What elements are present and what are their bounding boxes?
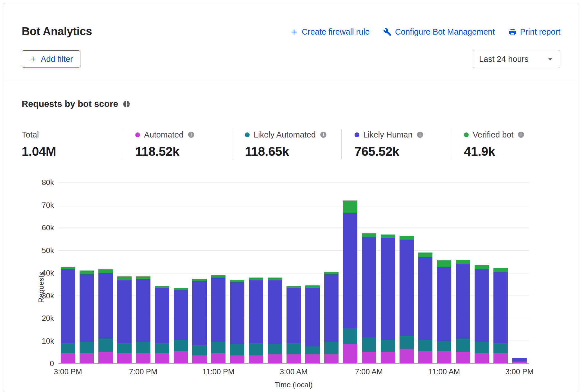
time-range-select[interactable]: Last 24 hours <box>473 50 560 68</box>
bar-segment-automated <box>136 353 150 363</box>
stacked-bar-19[interactable] <box>416 183 435 363</box>
stacked-bar-12[interactable] <box>284 183 303 363</box>
bar-segment-verified-bot <box>418 253 433 257</box>
bar-segment-automated <box>230 355 244 363</box>
x-axis-title: Time (local) <box>58 380 529 392</box>
bar-segment-likely-human <box>80 274 94 342</box>
stacked-bar-10[interactable] <box>247 183 265 363</box>
stacked-bar-16[interactable] <box>360 183 378 363</box>
bar-segment-likely-human <box>343 213 357 328</box>
bar-segment-automated <box>287 354 301 363</box>
bar-segment-verified-bot <box>456 260 470 264</box>
bar-segment-likely-human <box>324 274 339 342</box>
bar-segment-likely-automated <box>305 346 320 354</box>
plus-icon <box>29 55 37 63</box>
bar-segment-likely-automated <box>155 343 169 353</box>
add-filter-button[interactable]: Add filter <box>22 50 80 68</box>
x-tick-label: 3:00 AM <box>280 368 308 376</box>
bar-segment-likely-automated <box>475 342 489 353</box>
stat-total-label: Total <box>22 130 39 139</box>
bar-segment-verified-bot <box>493 268 508 272</box>
stats-row: Total 1.04M Automated 118.52k Likely Aut… <box>22 129 560 159</box>
info-icon[interactable] <box>416 131 424 138</box>
x-axis-labels: 3:00 PM7:00 PM11:00 PM3:00 AM7:00 AM11:0… <box>58 368 529 378</box>
verified-bot-legend-dot <box>464 132 469 137</box>
bar-segment-automated <box>98 352 113 363</box>
bar-segment-automated <box>418 351 433 363</box>
stat-total-value: 1.04M <box>22 144 122 159</box>
stat-likely-human: Likely Human 765.52k <box>341 129 451 159</box>
stacked-bar-22[interactable] <box>472 183 491 363</box>
stacked-bar-2[interactable] <box>96 183 115 363</box>
bar-segment-verified-bot <box>136 276 150 279</box>
configure-bot-management-link[interactable]: Configure Bot Management <box>383 27 495 37</box>
stat-automated: Automated 118.52k <box>122 129 232 159</box>
bar-segment-likely-human <box>512 358 527 361</box>
bar-segment-likely-automated <box>400 336 414 349</box>
stacked-bar-14[interactable] <box>322 183 341 363</box>
stat-automated-label: Automated <box>144 130 183 139</box>
stacked-bar-7[interactable] <box>190 183 209 363</box>
bar-segment-automated <box>343 344 357 363</box>
bar-segment-likely-automated <box>80 342 94 353</box>
bar-segment-verified-bot <box>475 265 489 269</box>
bar-segment-verified-bot <box>343 200 357 213</box>
bar-segment-likely-human <box>400 240 414 336</box>
stacked-bar-15[interactable] <box>341 183 360 363</box>
print-report-link[interactable]: Print report <box>508 27 560 37</box>
stacked-bar-20[interactable] <box>435 183 454 363</box>
bar-segment-likely-human <box>249 280 263 343</box>
bar-segment-automated <box>211 353 225 363</box>
bar-segment-automated <box>493 353 508 363</box>
stacked-bar-11[interactable] <box>265 183 284 363</box>
stacked-bar-3[interactable] <box>115 183 134 363</box>
info-icon[interactable] <box>188 131 195 138</box>
stat-verified-bot: Verified bot 41.9k <box>451 129 560 159</box>
bar-segment-likely-automated <box>287 343 301 354</box>
y-tick-label: 0 <box>50 359 54 368</box>
stat-likely-automated-label: Likely Automated <box>254 130 316 139</box>
bar-segment-likely-automated <box>324 342 339 354</box>
bar-segment-likely-human <box>136 279 150 342</box>
info-icon[interactable] <box>517 131 525 138</box>
stacked-bar-23[interactable] <box>491 183 510 363</box>
create-firewall-rule-link[interactable]: Create firewall rule <box>290 27 370 37</box>
bar-segment-verified-bot <box>117 276 132 280</box>
bar-segment-verified-bot <box>400 236 414 240</box>
stacked-bar-17[interactable] <box>378 183 397 363</box>
section-title: Requests by bot score <box>22 99 118 109</box>
stat-total: Total 1.04M <box>22 129 122 159</box>
card-header: Bot Analytics Create firewall rule Confi… <box>3 3 579 79</box>
bar-segment-automated <box>381 352 395 363</box>
bar-segment-likely-automated <box>381 340 395 352</box>
stacked-bar-5[interactable] <box>153 183 172 363</box>
bar-segment-verified-bot <box>268 278 282 280</box>
bar-segment-automated <box>61 353 75 363</box>
pie-chart-icon <box>123 100 130 108</box>
bar-segment-likely-automated <box>192 345 207 355</box>
stacked-bar-18[interactable] <box>397 183 416 363</box>
bar-segment-automated <box>305 354 320 363</box>
info-icon[interactable] <box>320 131 327 138</box>
stacked-bar-8[interactable] <box>209 183 228 363</box>
x-tick-label: 11:00 AM <box>428 368 460 376</box>
bar-segment-likely-automated <box>493 343 508 353</box>
bar-segment-likely-human <box>98 273 113 339</box>
stacked-bar-24[interactable] <box>510 183 529 363</box>
stacked-bar-13[interactable] <box>303 183 322 363</box>
stacked-bar-4[interactable] <box>134 183 153 363</box>
bar-segment-likely-automated <box>230 344 244 355</box>
stacked-bar-21[interactable] <box>454 183 472 363</box>
bar-segment-likely-automated <box>136 342 150 353</box>
stacked-bar-9[interactable] <box>228 183 247 363</box>
stacked-bar-0[interactable] <box>58 183 77 363</box>
configure-bot-management-label: Configure Bot Management <box>395 27 495 37</box>
bar-segment-automated <box>117 353 132 363</box>
print-report-label: Print report <box>520 27 560 37</box>
bar-segment-likely-human <box>174 290 188 340</box>
bar-segment-automated <box>362 352 376 363</box>
stacked-bar-1[interactable] <box>77 183 96 363</box>
chart-plot: 010k20k30k40k50k60k70k80k <box>58 183 529 364</box>
bar-segment-verified-bot <box>230 280 244 282</box>
stacked-bar-6[interactable] <box>172 183 190 363</box>
